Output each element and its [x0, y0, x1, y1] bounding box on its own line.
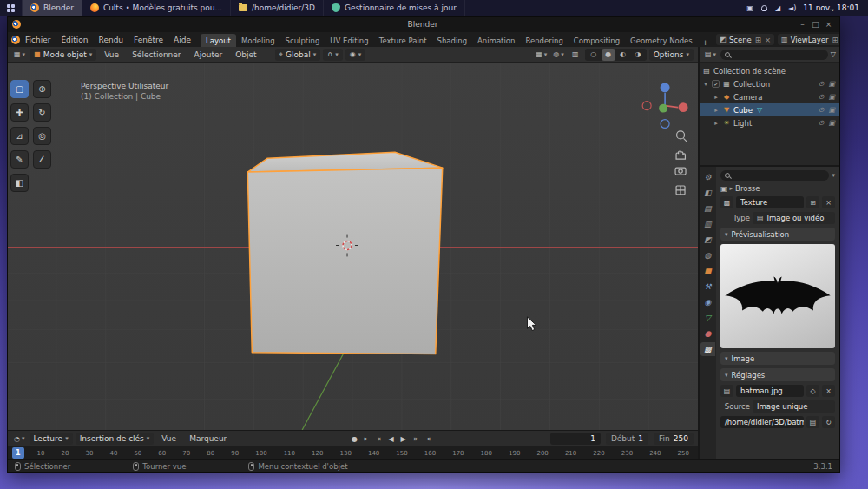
network-icon[interactable]: ◢: [775, 4, 780, 12]
gizmos-toggle[interactable]: ▦ ▾: [534, 49, 549, 61]
workspace-tab-texture-paint[interactable]: Texture Paint: [374, 34, 432, 47]
gizmo-x-axis[interactable]: [679, 102, 688, 112]
playhead[interactable]: 1: [12, 447, 24, 459]
workspace-tab-layout[interactable]: Layout: [201, 34, 236, 47]
overlays-toggle[interactable]: ◍ ▾: [551, 49, 566, 61]
fake-user-button[interactable]: ◇: [806, 385, 819, 397]
menu-aide[interactable]: Aide: [168, 35, 196, 45]
snap-dropdown[interactable]: ∩ ▾: [323, 49, 342, 61]
view-layer-selector[interactable]: ▥ ViewLayer ⊞ ×: [778, 34, 839, 45]
cursor-tool[interactable]: ⊕: [33, 80, 51, 98]
expand-icon[interactable]: ▸: [713, 120, 720, 127]
timeline-menu-marqueur[interactable]: Marqueur: [184, 434, 232, 443]
scene-selector[interactable]: ◩ Scene ⊞ ×: [716, 34, 774, 45]
properties-tab-tool[interactable]: ⚙: [700, 170, 715, 184]
properties-search-input[interactable]: [720, 170, 829, 181]
workspace-tab-sculpting[interactable]: Sculpting: [280, 34, 326, 47]
disable-in-render-toggle[interactable]: ▣: [828, 80, 835, 88]
keying-menu[interactable]: Insertion de clés ▾: [76, 433, 155, 445]
cube-front-face[interactable]: [247, 168, 442, 354]
menu-rendu[interactable]: Rendu: [94, 35, 129, 45]
texture-type-browse-button[interactable]: ▩: [720, 196, 733, 208]
outliner-item-collection[interactable]: ▾ ✓ ▦ Collection ⊙ ▣: [700, 77, 839, 90]
source-dropdown[interactable]: Image unique: [753, 400, 835, 413]
properties-tab-world[interactable]: ◍: [700, 248, 715, 262]
hide-in-viewport-toggle[interactable]: ⊙: [819, 119, 825, 127]
file-path-field[interactable]: /home/didier/3D/batm...: [720, 416, 804, 428]
disable-in-render-toggle[interactable]: ▣: [828, 93, 835, 101]
app-menu-button[interactable]: [0, 0, 23, 16]
properties-tab-texture[interactable]: ▩: [700, 342, 715, 356]
gizmo-z-neg-axis[interactable]: [661, 120, 669, 129]
taskbar-window-update-manager[interactable]: Gestionnaire de mises à jour: [324, 0, 465, 16]
play-button[interactable]: ▶: [398, 433, 409, 445]
properties-tab-object[interactable]: ■: [700, 264, 715, 278]
rotate-tool[interactable]: ↻: [33, 103, 51, 122]
zoom-icon[interactable]: [677, 131, 687, 142]
viewport-canvas[interactable]: [8, 63, 698, 430]
menu-ajouter[interactable]: Ajouter: [189, 50, 228, 59]
timeline-menu-vue[interactable]: Vue: [156, 434, 181, 443]
filter-icon[interactable]: ▽: [831, 50, 836, 58]
taskbar-window-blender[interactable]: Blender: [23, 0, 82, 16]
jump-to-end-button[interactable]: ⇥: [422, 433, 433, 445]
next-keyframe-button[interactable]: »: [410, 433, 421, 445]
minimize-button[interactable]: –: [796, 17, 809, 31]
properties-tab-material[interactable]: ●: [700, 327, 715, 340]
proportional-editing-dropdown[interactable]: ◉ ▾: [345, 49, 366, 61]
new-view-layer-icon[interactable]: ⊞: [832, 36, 838, 44]
image-name-field[interactable]: batman.jpg: [736, 385, 804, 397]
workspace-tab-shading[interactable]: Shading: [432, 34, 473, 47]
maximize-button[interactable]: □: [809, 17, 822, 31]
auto-keying-button[interactable]: ●: [349, 433, 360, 445]
move-tool[interactable]: ✚: [10, 103, 29, 122]
outliner-item-camera[interactable]: ▸ ◆ Camera ⊙ ▣: [700, 90, 839, 103]
workspace-tab-uv-editing[interactable]: UV Editing: [325, 34, 373, 47]
timeline-ruler[interactable]: 1 11020304050607080901001101201301401501…: [8, 446, 698, 459]
add-cube-tool[interactable]: ◧: [10, 174, 29, 192]
editor-type-button[interactable]: ▦ ▾: [12, 49, 27, 61]
clock[interactable]: 11 nov., 18:01: [803, 0, 868, 16]
texture-type-dropdown[interactable]: ▤ Image ou vidéo: [753, 212, 835, 224]
shading-solid-button[interactable]: ●: [602, 49, 615, 61]
settings-section-header[interactable]: ▾ Réglages: [720, 368, 835, 381]
frame-end-field[interactable]: Fin 250: [654, 433, 694, 445]
gizmo-x-neg-axis[interactable]: [642, 102, 651, 110]
expand-icon[interactable]: ▸: [713, 94, 720, 101]
shading-material-button[interactable]: ◐: [616, 49, 630, 61]
new-scene-icon[interactable]: ⊞: [754, 36, 761, 44]
menu-objet[interactable]: Objet: [230, 50, 261, 59]
display-tray-icon[interactable]: ▣: [746, 4, 753, 12]
hide-in-viewport-toggle[interactable]: ⊙: [819, 106, 825, 114]
image-section-header[interactable]: ▾ Image: [720, 352, 835, 365]
outliner-search-input[interactable]: [720, 50, 828, 60]
jump-to-start-button[interactable]: ⇤: [361, 433, 372, 445]
disable-in-render-toggle[interactable]: ▣: [828, 106, 835, 114]
disable-in-render-toggle[interactable]: ▣: [828, 119, 835, 127]
gizmo-y-axis[interactable]: [659, 104, 667, 113]
playback-menu[interactable]: Lecture ▾: [30, 433, 73, 445]
hide-in-viewport-toggle[interactable]: ⊙: [819, 80, 825, 88]
workspace-tab-rendering[interactable]: Rendering: [520, 34, 568, 47]
menu-fichier[interactable]: Fichier: [20, 35, 56, 45]
hide-in-viewport-toggle[interactable]: ⊙: [819, 93, 825, 101]
measure-tool[interactable]: ∠: [33, 150, 51, 169]
outliner-editor-type-button[interactable]: ▤ ▾: [703, 49, 718, 61]
unlink-texture-button[interactable]: ×: [822, 196, 835, 208]
reload-image-button[interactable]: ↻: [822, 416, 835, 428]
texture-name-field[interactable]: Texture: [736, 196, 804, 208]
navigation-gizmo[interactable]: [642, 83, 687, 128]
gizmo-z-axis[interactable]: [661, 83, 670, 92]
previous-keyframe-button[interactable]: «: [373, 433, 385, 445]
properties-tab-physics[interactable]: ◉: [700, 295, 715, 309]
play-reverse-button[interactable]: ◀: [385, 433, 397, 445]
close-button[interactable]: ×: [822, 17, 835, 31]
grid-view-icon[interactable]: [676, 186, 685, 195]
unlink-scene-icon[interactable]: ×: [764, 36, 771, 44]
timeline-editor-type-button[interactable]: ◔ ▾: [12, 433, 27, 445]
camera-view-icon[interactable]: [675, 168, 686, 175]
menu-edition[interactable]: Édition: [56, 35, 93, 45]
viewport-3d[interactable]: Perspective Utilisateur (1) Collection |…: [8, 63, 698, 430]
taskbar-window-files[interactable]: /home/didier/3D: [231, 0, 324, 16]
transform-orientation-dropdown[interactable]: ⌖ Global ▾: [275, 49, 321, 61]
